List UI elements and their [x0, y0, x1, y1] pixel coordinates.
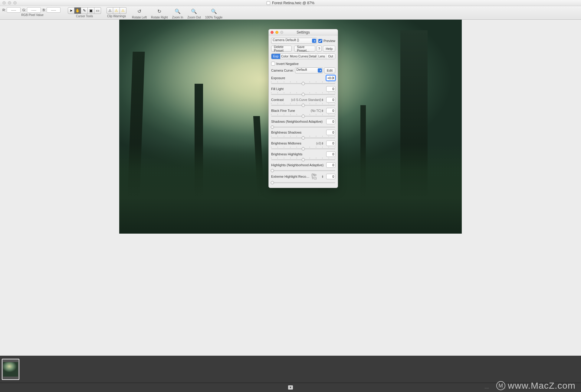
- expand-arrow-button[interactable]: ▼: [288, 385, 293, 390]
- param-exposure-slider[interactable]: [271, 81, 335, 85]
- slider-knob[interactable]: [302, 158, 305, 161]
- param-extreme_hl-input[interactable]: [326, 174, 335, 179]
- tab-exp[interactable]: Exp: [271, 54, 281, 59]
- param-bright_shadows-input[interactable]: [326, 130, 335, 135]
- preset-select[interactable]: Camera Default ()▾: [271, 38, 317, 44]
- rgb-group-label: RGB Pixel Value: [21, 13, 44, 17]
- chevron-down-icon: ▾: [320, 69, 321, 72]
- param-bright_high-slider[interactable]: [271, 157, 335, 161]
- param-contrast-extra[interactable]: (v3 S-Curve Standard)▴▾: [291, 98, 323, 102]
- slider-knob[interactable]: [302, 147, 305, 151]
- tab-out[interactable]: Out: [326, 54, 335, 59]
- tab-mono[interactable]: Mono: [289, 54, 298, 59]
- slider-knob[interactable]: [302, 82, 305, 85]
- param-bright_mid-input[interactable]: [326, 141, 335, 146]
- rotate-left-label: Rotate Left: [132, 16, 147, 19]
- toggle-100-tool[interactable]: 🔍 100% Toggle: [205, 7, 223, 19]
- slider-knob[interactable]: [271, 125, 274, 129]
- clip-warning-black-button[interactable]: ⚠: [107, 7, 113, 14]
- save-preset-button[interactable]: Save Preset...: [294, 46, 315, 52]
- tab-curves[interactable]: Curves: [298, 54, 308, 59]
- panel-close-icon[interactable]: [271, 31, 274, 34]
- camera-curve-select[interactable]: Default▾: [295, 67, 323, 73]
- preview-checkbox[interactable]: [318, 39, 322, 43]
- help-question-button[interactable]: ?: [317, 46, 322, 52]
- chevron-down-icon: ▼: [289, 386, 292, 389]
- cursor-tools-group: ➤ ✋ ✎ ▣ ▭ Cursor Tools: [68, 7, 101, 18]
- question-icon: ?: [318, 47, 320, 50]
- param-bright_high-input[interactable]: [326, 151, 335, 157]
- g-value-input[interactable]: [27, 7, 41, 13]
- param-black_fine-input[interactable]: [326, 108, 335, 113]
- tab-lens[interactable]: Lens: [317, 54, 327, 59]
- param-extreme_hl-extra[interactable]: (No TC)▴▾: [311, 173, 323, 180]
- pointer-tool-button[interactable]: ➤: [68, 7, 74, 14]
- delete-preset-button[interactable]: Delete Preset: [271, 46, 292, 52]
- hand-tool-button[interactable]: ✋: [74, 7, 81, 14]
- param-shadows_na-input[interactable]: [326, 119, 335, 124]
- zoom-out-icon: 🔍: [190, 7, 198, 15]
- slider-knob[interactable]: [271, 181, 274, 184]
- param-highlights_na-slider[interactable]: [271, 168, 335, 172]
- clip-warning-mid-button[interactable]: ⚠: [113, 7, 120, 14]
- help-button[interactable]: Help: [323, 46, 335, 52]
- slider-knob[interactable]: [302, 104, 305, 107]
- window-traffic-lights[interactable]: [2, 1, 17, 5]
- chevron-down-icon: ▾: [314, 40, 315, 42]
- warning-yellow-icon: ⚠: [115, 8, 118, 13]
- document-icon: [267, 1, 270, 5]
- invert-negative-checkbox[interactable]: [271, 62, 275, 66]
- param-black_fine-slider[interactable]: [271, 114, 335, 118]
- watermark: M www.MacZ.com: [496, 381, 576, 391]
- b-value-input[interactable]: [47, 7, 61, 13]
- settings-titlebar[interactable]: Settings: [269, 29, 338, 35]
- slider-knob[interactable]: [302, 136, 305, 140]
- updown-icon: ▴▾: [322, 98, 323, 101]
- clip-warnings-label: Clip Warnings: [107, 15, 126, 18]
- minimize-window-icon[interactable]: [8, 1, 11, 5]
- rotate-right-tool[interactable]: ↻ Rotate Right: [151, 7, 168, 19]
- param-highlights_na: Highlights (Neighborhood Adaptive): [271, 162, 335, 172]
- r-value-input[interactable]: [7, 7, 21, 13]
- slider-knob[interactable]: [271, 169, 274, 172]
- param-contrast-label: Contrast: [271, 98, 284, 102]
- param-bright_mid-slider[interactable]: [271, 147, 335, 150]
- r-label: R:: [2, 8, 6, 12]
- zoom-out-tool[interactable]: 🔍 Zoom Out: [187, 7, 201, 19]
- zoom-in-tool[interactable]: 🔍 Zoom In: [172, 7, 183, 19]
- tab-detail[interactable]: Detail: [308, 54, 317, 59]
- param-bright_high: Brightness Highlights: [271, 151, 335, 161]
- param-shadows_na-slider[interactable]: [271, 125, 335, 128]
- rotate-left-tool[interactable]: ↺ Rotate Left: [132, 7, 147, 19]
- window-titlebar: Forest Retina.heic @ 87%: [0, 0, 581, 6]
- close-window-icon[interactable]: [2, 1, 6, 5]
- param-extreme_hl-label: Extreme Highlight Recovery: [271, 175, 310, 178]
- rotate-left-icon: ↺: [135, 7, 143, 15]
- eyedropper-tool-button[interactable]: ✎: [81, 7, 88, 14]
- tab-color[interactable]: Color: [281, 54, 290, 59]
- param-contrast-input[interactable]: [326, 97, 335, 102]
- param-exposure: Exposure: [271, 75, 335, 85]
- param-fill_light-input[interactable]: [326, 86, 335, 92]
- window-title: Forest Retina.heic @ 87%: [267, 1, 314, 5]
- filmstrip[interactable]: [0, 356, 581, 383]
- zoom-window-icon[interactable]: [13, 1, 17, 5]
- ruler-tool-button[interactable]: ▭: [94, 7, 101, 14]
- warning-black-icon: ⚠: [108, 8, 112, 13]
- param-bright_shadows-slider[interactable]: [271, 136, 335, 139]
- edit-curve-button[interactable]: Edit: [324, 67, 335, 73]
- clip-warning-white-button[interactable]: ⚠: [120, 7, 126, 14]
- param-fill_light-slider[interactable]: [271, 92, 335, 96]
- thumbnail[interactable]: [2, 359, 19, 380]
- param-exposure-input[interactable]: [326, 75, 335, 81]
- param-bright_mid-extra[interactable]: (v3)▴▾: [316, 142, 323, 145]
- param-black_fine-extra[interactable]: (No TC)▴▾: [311, 109, 323, 112]
- slider-knob[interactable]: [302, 115, 305, 118]
- crop-tool-button[interactable]: ▣: [88, 7, 94, 14]
- panel-zoom-icon[interactable]: [280, 31, 283, 34]
- param-highlights_na-input[interactable]: [326, 162, 335, 168]
- param-contrast-slider[interactable]: [271, 103, 335, 107]
- panel-minimize-icon[interactable]: [275, 31, 278, 34]
- param-extreme_hl-slider[interactable]: [271, 180, 335, 184]
- slider-knob[interactable]: [302, 93, 305, 96]
